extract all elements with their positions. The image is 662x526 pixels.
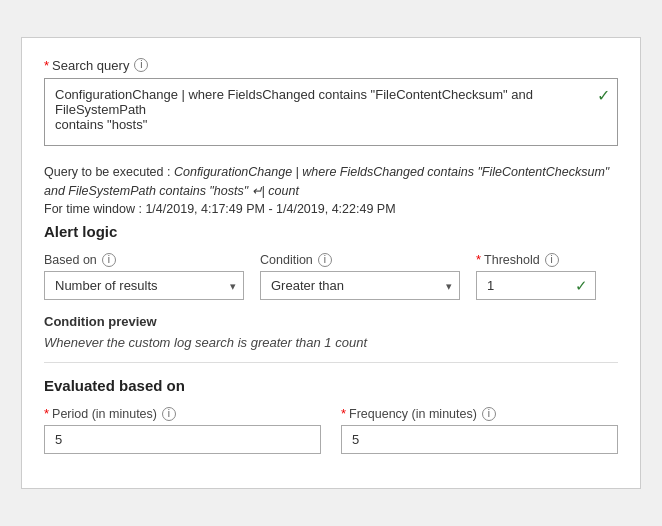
- search-query-input[interactable]: [44, 78, 618, 146]
- search-query-label-row: * Search query i: [44, 58, 618, 73]
- required-star-threshold: *: [476, 252, 481, 267]
- evaluated-section: Evaluated based on * Period (in minutes)…: [44, 362, 618, 454]
- query-preview-prefix: Query to be executed :: [44, 165, 174, 179]
- period-label: Period (in minutes): [52, 407, 157, 421]
- based-on-label: Based on: [44, 253, 97, 267]
- based-on-group: Based on i Number of results Metric meas…: [44, 253, 244, 300]
- based-on-info-icon[interactable]: i: [102, 253, 116, 267]
- frequency-label-row: * Frequency (in minutes) i: [341, 406, 618, 421]
- threshold-label: Threshold: [484, 253, 540, 267]
- condition-preview-section: Condition preview Whenever the custom lo…: [44, 314, 618, 350]
- threshold-group: * Threshold i ✓: [476, 252, 596, 300]
- query-time-range: 1/4/2019, 4:17:49 PM - 1/4/2019, 4:22:49…: [145, 202, 395, 216]
- search-query-label: Search query: [52, 58, 129, 73]
- based-on-label-row: Based on i: [44, 253, 244, 267]
- condition-group: Condition i Greater than Less than Equal…: [260, 253, 460, 300]
- based-on-select-wrapper: Number of results Metric measurement ▾: [44, 271, 244, 300]
- based-on-select[interactable]: Number of results Metric measurement: [44, 271, 244, 300]
- condition-label-row: Condition i: [260, 253, 460, 267]
- frequency-label: Frequency (in minutes): [349, 407, 477, 421]
- condition-info-icon[interactable]: i: [318, 253, 332, 267]
- query-time-prefix: For time window :: [44, 202, 145, 216]
- query-preview-section: Query to be executed : ConfigurationChan…: [44, 163, 618, 219]
- frequency-field: * Frequency (in minutes) i: [341, 406, 618, 454]
- threshold-info-icon[interactable]: i: [545, 253, 559, 267]
- main-card: * Search query i ✓ Query to be executed …: [21, 37, 641, 489]
- period-label-row: * Period (in minutes) i: [44, 406, 321, 421]
- condition-select[interactable]: Greater than Less than Equal to: [260, 271, 460, 300]
- search-query-section: * Search query i ✓: [44, 58, 618, 149]
- alert-logic-fields-row: Based on i Number of results Metric meas…: [44, 252, 618, 300]
- alert-logic-section: Alert logic Based on i Number of results…: [44, 223, 618, 300]
- search-query-checkmark: ✓: [597, 86, 610, 105]
- evaluated-title: Evaluated based on: [44, 362, 618, 394]
- period-field: * Period (in minutes) i: [44, 406, 321, 454]
- condition-preview-title: Condition preview: [44, 314, 618, 329]
- frequency-input[interactable]: [341, 425, 618, 454]
- search-textarea-wrapper: ✓: [44, 78, 618, 149]
- required-star-frequency: *: [341, 406, 346, 421]
- condition-select-wrapper: Greater than Less than Equal to ▾: [260, 271, 460, 300]
- threshold-input-wrapper: ✓: [476, 271, 596, 300]
- threshold-input[interactable]: [476, 271, 596, 300]
- threshold-label-row: * Threshold i: [476, 252, 596, 267]
- condition-label: Condition: [260, 253, 313, 267]
- frequency-info-icon[interactable]: i: [482, 407, 496, 421]
- evaluated-row: * Period (in minutes) i * Frequency (in …: [44, 406, 618, 454]
- period-input[interactable]: [44, 425, 321, 454]
- period-info-icon[interactable]: i: [162, 407, 176, 421]
- condition-preview-text: Whenever the custom log search is greate…: [44, 335, 618, 350]
- required-star-search: *: [44, 58, 49, 73]
- alert-logic-title: Alert logic: [44, 223, 618, 240]
- search-query-info-icon[interactable]: i: [134, 58, 148, 72]
- required-star-period: *: [44, 406, 49, 421]
